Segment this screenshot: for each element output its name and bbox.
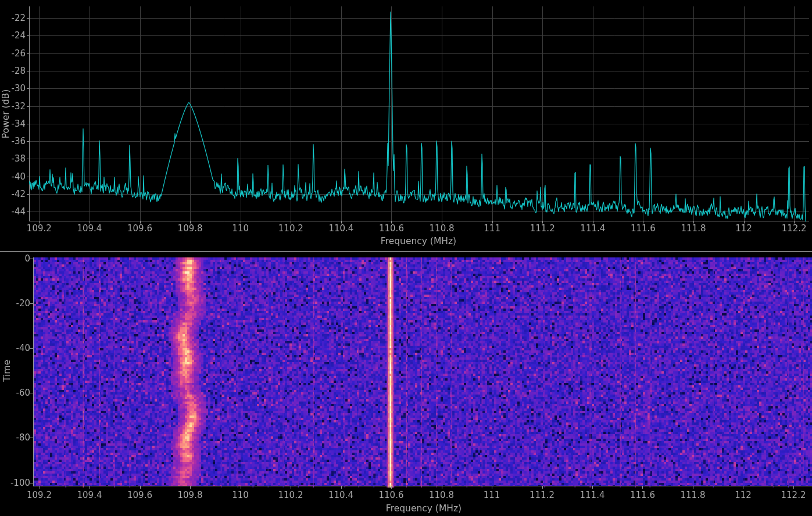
spectrum-y-tick-label: -26	[12, 48, 26, 59]
spectrum-y-tick-label: -24	[12, 30, 26, 41]
waterfall-y-tick-label: -100	[10, 478, 30, 488]
spectrum-x-tick-label: 109.8	[178, 223, 203, 234]
waterfall-x-tick-label: 112	[735, 490, 752, 500]
spectrum-x-tick-label: 111.6	[631, 223, 656, 234]
waterfall-x-tick-label: 109.8	[178, 490, 203, 500]
spectrum-x-axis-title: Frequency (MHz)	[381, 236, 456, 246]
waterfall-x-tick-label: 110	[232, 490, 249, 500]
waterfall-x-tick-label: 109.2	[27, 490, 52, 500]
waterfall-y-tick-label: 0	[24, 253, 30, 264]
waterfall-x-tick-label: 111.2	[530, 490, 555, 500]
waterfall-x-tick-label: 112.2	[781, 490, 806, 500]
spectrum-x-tick-label: 111.8	[681, 223, 706, 234]
spectrum-x-tick-label: 109.2	[27, 223, 52, 234]
spectrum-y-tick-label: -44	[12, 206, 26, 217]
waterfall-y-axis-title: Time	[2, 360, 12, 382]
waterfall-x-tick-label: 110.2	[278, 490, 303, 500]
waterfall-x-tick-label: 110.4	[328, 490, 353, 500]
spectrum-y-tick-label: -30	[12, 83, 26, 94]
spectrum-y-tick-label: -34	[12, 119, 26, 129]
waterfall-x-tick-label: 109.4	[77, 490, 102, 500]
waterfall-y-tick-label: -40	[16, 343, 31, 353]
spectrum-x-tick-label: 110.2	[278, 223, 303, 234]
waterfall-x-axis-title: Frequency (MHz)	[386, 503, 462, 514]
spectrum-x-tick-label: 110.4	[328, 223, 353, 234]
spectrum-x-tick-label: 111.2	[530, 223, 555, 234]
waterfall-x-tick-label: 109.6	[127, 490, 152, 500]
waterfall-x-tick-label: 110.6	[379, 490, 404, 500]
sdr-spectrum-waterfall-screen: Power (dB) Frequency (MHz) 109.2109.4109…	[0, 0, 812, 516]
spectrum-y-tick-label: -42	[12, 189, 26, 199]
waterfall-x-tick-label: 111	[484, 490, 500, 500]
spectrum-y-axis-title: Power (dB)	[1, 89, 11, 138]
waterfall-y-tick-label: -20	[16, 298, 31, 309]
spectrum-x-tick-label: 110.8	[430, 223, 455, 234]
spectrum-x-tick-label: 111	[484, 223, 500, 234]
spectrum-x-tick-label: 109.4	[77, 223, 102, 234]
waterfall-y-tick-label: -80	[16, 432, 31, 443]
waterfall-x-tick-label: 111.4	[580, 490, 605, 500]
spectrum-x-tick-label: 111.4	[580, 223, 605, 234]
spectrum-x-tick-label: 110.6	[379, 223, 404, 234]
spectrum-y-tick-label: -36	[12, 136, 26, 146]
spectrum-x-tick-label: 112.2	[782, 223, 807, 234]
spectrum-x-tick-label: 110	[232, 223, 249, 234]
waterfall-plot-area[interactable]	[0, 254, 812, 516]
spectrum-y-tick-label: -40	[12, 171, 26, 182]
spectrum-x-tick-label: 109.6	[127, 223, 152, 234]
spectrum-y-tick-label: -28	[12, 66, 26, 76]
spectrum-x-tick-label: 112	[735, 223, 752, 234]
waterfall-y-tick-label: -60	[16, 388, 31, 398]
spectrum-plot-area[interactable]	[0, 0, 812, 254]
spectrum-y-tick-label: -22	[12, 13, 26, 23]
spectrum-y-tick-label: -38	[12, 153, 26, 164]
waterfall-x-tick-label: 111.8	[681, 490, 706, 500]
waterfall-x-tick-label: 111.6	[630, 490, 655, 500]
spectrum-y-tick-label: -32	[12, 101, 26, 112]
panel-separator	[0, 251, 812, 252]
waterfall-x-tick-label: 110.8	[429, 490, 454, 500]
